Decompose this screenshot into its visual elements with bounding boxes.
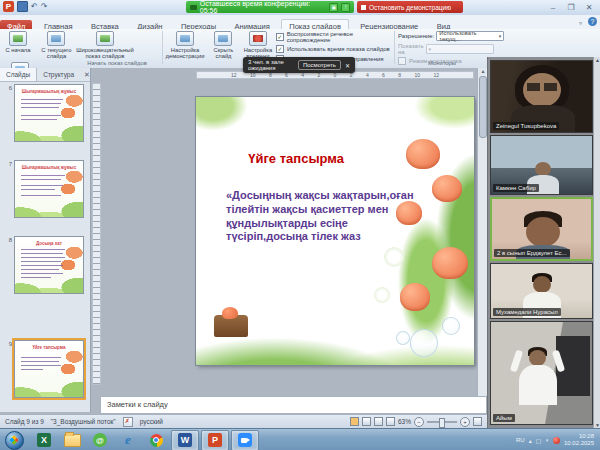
toast-view-button[interactable]: Посмотреть [298, 60, 341, 70]
clock[interactable]: 10:28 10.02.2025 [564, 433, 594, 447]
slide-thumbnail-9-selected[interactable]: 9 Үйге тапсырма [2, 340, 84, 398]
system-tray: RU ▴ ▢ ◖ 10:28 10.02.2025 [516, 433, 600, 447]
language-indicator[interactable]: русский [140, 418, 163, 425]
language-switcher[interactable]: RU [516, 437, 525, 443]
slides-panel-tabs: Слайды Структура ✕ [0, 68, 90, 82]
participant-video-tile[interactable]: Камкен Сабир [490, 135, 593, 195]
taskbar-item-mail-agent[interactable]: @ [87, 431, 113, 450]
network-icon[interactable]: ▢ [536, 437, 542, 444]
participant-video-tile[interactable]: Zeinegul Tusupbekova [490, 60, 593, 133]
help-icon[interactable]: ? [588, 17, 597, 26]
undo-icon[interactable]: ↶ [31, 1, 38, 12]
slide-canvas[interactable]: Үйге тапсырма «Досыңның жақсы жақтарын,о… [196, 97, 474, 365]
thumbnail-image: Шығармашылық жұмыс [15, 161, 83, 217]
reading-view-icon[interactable] [374, 417, 383, 426]
vertical-ruler [92, 83, 101, 385]
timings-checkbox-row[interactable]: ✓ Использовать время показа слайдов [276, 45, 392, 53]
bubble-decoration [442, 317, 460, 335]
fit-to-window-icon[interactable] [473, 417, 482, 426]
taskbar-item-word-open[interactable]: W [171, 430, 199, 450]
spellcheck-icon[interactable] [123, 417, 133, 427]
hide-slide-button[interactable]: Скрыть слайд [210, 29, 236, 60]
hide-slide-icon [214, 31, 232, 46]
word-icon: W [178, 433, 192, 447]
mail-agent-icon: @ [93, 433, 107, 447]
slide-sorter-view-icon[interactable] [362, 417, 371, 426]
from-beginning-button[interactable]: С начала [2, 29, 34, 53]
from-current-slide-button[interactable]: С текущего слайда [38, 29, 74, 60]
tab-slides[interactable]: Слайды [0, 68, 37, 81]
desktop: P ↶ ↷ Оставшееся время конференции: 05:5… [0, 0, 600, 450]
broadcast-button[interactable]: Широковещательный показ слайдов [79, 29, 131, 60]
zoom-slider[interactable] [427, 421, 457, 423]
banner-icon-1[interactable]: ▣ [329, 3, 338, 12]
glasses [527, 83, 557, 91]
tulip-flower [432, 175, 462, 202]
from-beginning-icon [9, 31, 27, 46]
stop-icon [361, 5, 366, 10]
speaker-icon[interactable]: ◖ [545, 437, 549, 443]
narration-checkbox-row[interactable]: ✓ Воспроизвести речевое сопровождение [276, 31, 392, 43]
zoom-slider-thumb[interactable] [439, 418, 445, 428]
tulip-flower [400, 283, 430, 311]
slide-title[interactable]: Үйге тапсырма [196, 151, 396, 166]
show-on-dropdown[interactable]: ▾ [426, 44, 494, 54]
participant-video-tile[interactable]: Мухамедали Нурасыл [490, 263, 593, 319]
slide-thumbnail-7[interactable]: 7 Шығармашылық жұмыс [2, 160, 84, 218]
video-conference-sidebar: Zeinegul Tusupbekova Камкен Сабир 2 в сы… [487, 57, 600, 428]
panel-close-icon[interactable]: ✕ [80, 68, 94, 81]
status-bar: Слайд 9 из 9 "3_Воздушный поток" русский… [0, 414, 487, 428]
ribbon-tab-row: Файл Главная Вставка Дизайн Переходы Ани… [0, 15, 600, 30]
taskbar-item-explorer[interactable] [59, 431, 85, 450]
participant-name: Айым [493, 414, 515, 422]
folder-icon [64, 434, 81, 447]
ribbon-collapse-icon[interactable]: ▿ [579, 19, 582, 26]
leaf-decoration [196, 97, 248, 131]
checkbox-checked-icon: ✓ [276, 45, 284, 53]
toast-close-icon[interactable]: ✕ [345, 62, 350, 69]
start-button[interactable] [5, 431, 24, 450]
excel-icon: X [37, 433, 51, 447]
thumbnail-image: Үйге тапсырма [15, 341, 83, 397]
camera-icon [190, 5, 197, 10]
participant-name: Мухамедали Нурасыл [493, 308, 561, 316]
taskbar-item-zoom-open[interactable] [231, 430, 259, 450]
normal-view-icon[interactable] [350, 417, 359, 426]
sidebar-scrollbar[interactable]: ▲ ▼ [593, 57, 600, 428]
slide-thumbnail-8[interactable]: 8 Досыңа хат [2, 236, 84, 294]
tray-expand-icon[interactable]: ▴ [529, 437, 532, 444]
taskbar-item-internet-explorer[interactable]: e [115, 431, 141, 450]
participant-video-tile[interactable]: Айым [490, 321, 593, 425]
redo-icon[interactable]: ↷ [41, 1, 48, 12]
setup-slideshow-button[interactable]: Настройка демонстрации [164, 29, 206, 60]
resolution-dropdown[interactable]: Использовать текущ... ▾ [436, 31, 504, 41]
scroll-up-icon[interactable]: ▲ [481, 68, 486, 74]
resolution-row: Разрешение: Использовать текущ... ▾ [398, 31, 486, 41]
taskbar-item-excel[interactable]: X [31, 431, 57, 450]
participant-video-tile-active-speaker[interactable]: 2 в сынып Ердаулет Ес... [490, 197, 593, 261]
slideshow-view-icon[interactable] [386, 417, 395, 426]
participant-name: 2 в сынып Ердаулет Ес... [494, 249, 570, 257]
minimize-button[interactable]: – [546, 2, 560, 12]
slide-body-text[interactable]: «Досыңның жақсы жақтарын,оған тілейтін ж… [226, 189, 426, 244]
taskbar-item-chrome[interactable] [143, 431, 169, 450]
zoom-out-button[interactable]: − [414, 417, 424, 427]
powerpoint-icon: P [208, 433, 222, 447]
scrollbar-thumb[interactable] [479, 76, 487, 138]
rehearse-timings-button[interactable]: Настройка времени [241, 29, 275, 60]
stop-sharing-button[interactable]: Остановить демонстрацию [357, 1, 463, 13]
restore-button[interactable]: ❐ [564, 2, 578, 12]
close-button[interactable]: ✕ [582, 2, 596, 12]
participant-name: Zeinegul Tusupbekova [493, 122, 559, 130]
save-icon[interactable] [17, 1, 28, 12]
tab-outline[interactable]: Структура [37, 68, 80, 81]
banner-icon-2[interactable]: ! [341, 3, 350, 12]
notes-pane[interactable]: Заметки к слайду [100, 396, 487, 414]
taskbar-item-powerpoint-open[interactable]: P [201, 430, 229, 450]
scroll-up-icon[interactable]: ▲ [595, 57, 600, 63]
slide-thumbnail-6[interactable]: 6 Шығармашылық жұмыс [2, 84, 84, 142]
windows-logo-icon [9, 435, 19, 445]
recording-indicator-icon[interactable] [553, 437, 560, 444]
group-separator [394, 31, 395, 64]
zoom-in-button[interactable]: + [460, 417, 470, 427]
